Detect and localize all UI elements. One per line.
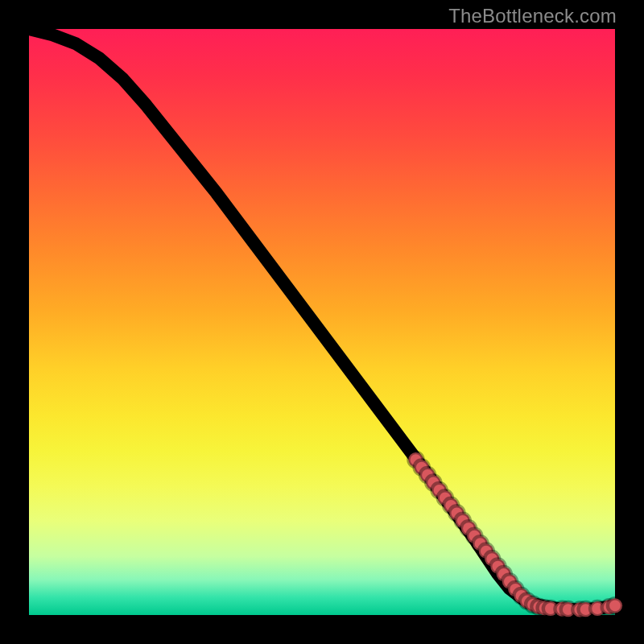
watermark-text: TheBottleneck.com xyxy=(448,5,617,27)
curve-line xyxy=(29,29,615,609)
chart-stage: TheBottleneck.com xyxy=(0,0,644,644)
chart-overlay xyxy=(29,29,615,615)
scatter-point xyxy=(608,598,622,613)
scatter-points xyxy=(408,452,622,617)
